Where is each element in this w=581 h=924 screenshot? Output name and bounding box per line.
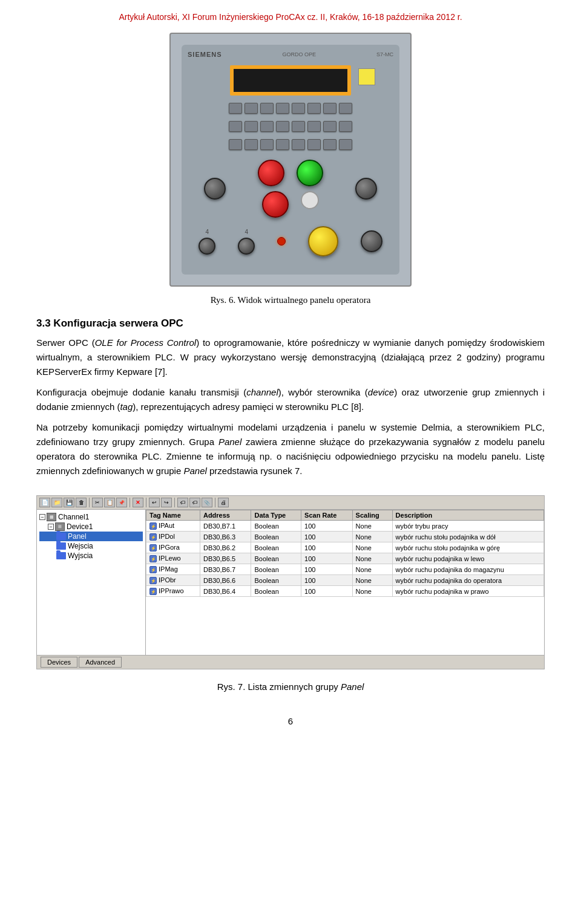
toolbar-icon-tag1[interactable]: 🏷 [177,498,188,507]
toolbar-icon-cut[interactable]: ✂ [92,498,103,507]
tree-item-panel[interactable]: Panel [39,532,143,541]
cell-data-type: Boolean [251,521,301,532]
figure6-caption: Rys. 6. Widok wirtualnego panelu operato… [211,295,371,305]
keypad-row-3 [229,139,352,150]
paragraph-1: Serwer OPC (OLE for Process Control) to … [36,336,545,379]
cell-description: wybór trybu pracy [392,521,543,532]
cell-description: wybór ruchu stołu podajnika w dół [392,532,543,542]
cell-scan-rate: 100 [301,586,353,597]
table-row: ⚡IPGoraDB30,B6.2Boolean100Nonewybór ruch… [146,542,544,553]
kepserver-screenshot: 📄 📁 💾 🗑 ✂ 📋 📌 ✕ ↩ ↪ 🏷 🏷 📎 🖨 [36,495,545,669]
cell-data-type: Boolean [251,575,301,586]
folder-icon-panel [56,533,66,540]
tree-item-wejscia[interactable]: Wejscia [39,541,143,551]
toolbar-separator-2 [130,498,130,507]
tree-item-channel1[interactable]: − ▦ Channel1 [39,512,143,522]
col-scan-rate: Scan Rate [301,510,353,521]
section-heading: 3.3 Konfiguracja serwera OPC [36,317,545,330]
cell-tag-name: ⚡IPAut [146,521,200,532]
tree-label-wejscia: Wejscia [68,542,93,550]
expand-channel1[interactable]: − [39,514,45,520]
button-white [301,191,319,209]
indicator-red [277,237,286,246]
expand-device1[interactable]: − [48,524,54,530]
tree-item-device1[interactable]: − ⊞ Device1 [39,522,143,532]
cell-description: wybór ruchu stołu podajnika w górę [392,542,543,553]
table-row: ⚡IPMagDB30,B6.7Boolean100Nonewybór ruchu… [146,564,544,575]
toolbar-icon-delete[interactable]: 🗑 [76,498,87,507]
cell-scan-rate: 100 [301,564,353,575]
paragraph-3: Na potrzeby komunikacji pomiędzy wirtual… [36,420,545,478]
cell-tag-name: ⚡IPObr [146,575,200,586]
cell-address: DB30,B6.3 [200,532,251,542]
cell-scaling: None [352,521,392,532]
cell-scaling: None [352,586,392,597]
knob-3 [361,230,382,252]
page-number: 6 [288,716,293,726]
tag-icon: ⚡ [149,555,157,562]
paragraph-2: Konfiguracja obejmuje dodanie kanału tra… [36,385,545,414]
toolbar-icon-tag2[interactable]: 🏷 [189,498,200,507]
knob-1 [204,178,226,200]
toolbar-icon-redo[interactable]: ↪ [161,498,172,507]
kep-tree-panel: − ▦ Channel1 − ⊞ Device1 Panel [37,510,146,655]
col-description: Description [392,510,543,521]
panel-model2: S7-MC [376,51,393,57]
cell-address: DB30,B6.4 [200,586,251,597]
toolbar-icon-x[interactable]: ✕ [133,498,143,507]
panel-model: GORDO OPE [282,51,316,57]
cell-data-type: Boolean [251,553,301,564]
cell-tag-name: ⚡IPGora [146,542,200,553]
toolbar-icon-undo[interactable]: ↩ [149,498,160,507]
tree-label-wyjscia: Wyjscia [68,551,93,560]
col-data-type: Data Type [251,510,301,521]
cell-description: wybór ruchu podajnika w lewo [392,553,543,564]
tree-item-wyjscia[interactable]: Wyjscia [39,551,143,561]
knob-small-1 [199,238,215,255]
tag-icon: ⚡ [149,577,157,584]
tree-label-device1: Device1 [67,522,93,531]
keypad-row-2 [229,121,352,132]
cell-scaling: None [352,553,392,564]
toolbar-icon-open[interactable]: 📁 [51,498,62,507]
figure7-caption-italic: Panel [341,682,364,692]
cell-address: DB30,B6.7 [200,564,251,575]
toolbar-icon-tag3[interactable]: 📎 [202,498,212,507]
toolbar-separator-1 [89,498,90,507]
toolbar-icon-copy[interactable]: 📋 [104,498,115,507]
status-tab-advanced[interactable]: Advanced [79,657,122,668]
toolbar-icon-paste[interactable]: 📌 [116,498,127,507]
toolbar-icon-print[interactable]: 🖨 [218,498,229,507]
cell-scaling: None [352,564,392,575]
button-red-1 [258,160,284,186]
toolbar-icon-save[interactable]: 💾 [64,498,74,507]
cell-scaling: None [352,532,392,542]
status-tab-devices[interactable]: Devices [41,657,77,668]
cell-address: DB30,B6.5 [200,553,251,564]
col-scaling: Scaling [352,510,392,521]
panel-image: SIEMENS GORDO OPE S7-MC [169,33,412,287]
cell-scan-rate: 100 [301,532,353,542]
button-yellow [308,226,338,256]
table-row: ⚡IPAutDB30,B7.1Boolean100Nonewybór trybu… [146,521,544,532]
col-address: Address [200,510,251,521]
figure7-caption-prefix: Rys. 7. Lista zmiennych grupy [217,682,341,692]
cell-scan-rate: 100 [301,542,353,553]
device-icon: ⊞ [55,522,65,531]
channel-icon: ▦ [47,513,56,521]
tag-table: Tag Name Address Data Type Scan Rate Sca… [146,510,544,597]
tree-label-panel: Panel [68,532,87,541]
cell-data-type: Boolean [251,564,301,575]
keypad-row-1 [229,103,352,114]
toolbar-icon-new[interactable]: 📄 [39,498,50,507]
tag-icon: ⚡ [149,544,157,551]
toolbar-separator-4 [174,498,175,507]
table-row: ⚡IPObrDB30,B6.6Boolean100Nonewybór ruchu… [146,575,544,586]
folder-icon-wejscia [56,542,66,550]
cell-scan-rate: 100 [301,553,353,564]
kep-toolbar: 📄 📁 💾 🗑 ✂ 📋 📌 ✕ ↩ ↪ 🏷 🏷 📎 🖨 [37,496,544,510]
cell-data-type: Boolean [251,532,301,542]
kep-statusbar: Devices Advanced [37,655,544,669]
panel-controls [188,160,393,218]
tag-icon: ⚡ [149,566,157,573]
